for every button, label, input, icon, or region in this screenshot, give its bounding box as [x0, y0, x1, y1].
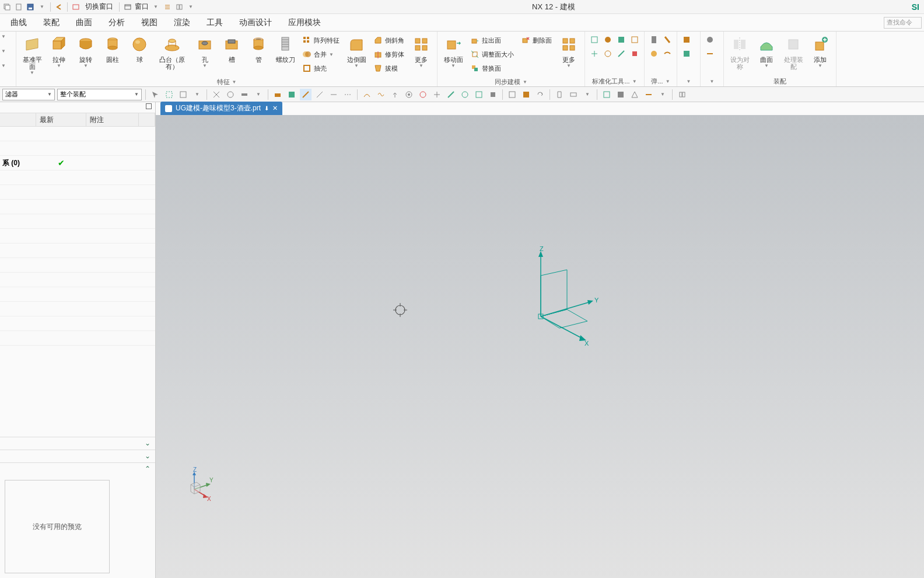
ribbon-lead-dd2[interactable]: ▼: [1, 48, 6, 54]
sel-icon-12[interactable]: [342, 89, 354, 100]
extrude-button[interactable]: 拉伸▼: [47, 34, 71, 68]
menu-application[interactable]: 应用模块: [280, 15, 329, 30]
3d-viewport[interactable]: Z Y X Z: [156, 115, 924, 578]
ribbon-lead-dd1[interactable]: ▼: [1, 34, 6, 39]
spring-icon-2[interactable]: [662, 34, 673, 46]
menu-view[interactable]: 视图: [133, 15, 166, 30]
sel-icon-4[interactable]: [211, 89, 222, 100]
side-col-1[interactable]: [0, 113, 36, 126]
menu-surface[interactable]: 曲面: [68, 15, 100, 30]
side-row[interactable]: [0, 316, 155, 331]
side-panel-maximize[interactable]: [146, 103, 152, 109]
sel-icon-16[interactable]: [403, 89, 415, 100]
sel-icon-20[interactable]: [459, 89, 471, 100]
sel-icon-15[interactable]: [389, 89, 401, 100]
sel-icon-31b[interactable]: ▼: [657, 89, 668, 100]
resize-face-button[interactable]: 调整面大小: [468, 48, 516, 61]
sel-icon-8[interactable]: [286, 89, 298, 100]
std-icon-8[interactable]: [629, 48, 640, 60]
sel-icon-9[interactable]: [300, 89, 312, 100]
datum-csys[interactable]: Z Y X: [517, 246, 599, 351]
panel-dropdown[interactable]: ▼: [186, 2, 195, 12]
chamfer-button[interactable]: 边倒圆▼: [344, 34, 369, 68]
draft-button[interactable]: 拔模: [371, 62, 407, 75]
menu-tools[interactable]: 工具: [198, 15, 231, 30]
misc-icon-3[interactable]: [704, 34, 716, 46]
window-icon[interactable]: [123, 2, 132, 12]
sel-icon-2[interactable]: [163, 89, 175, 100]
menu-analysis[interactable]: 分析: [100, 15, 133, 30]
sel-icon-27b[interactable]: ▼: [582, 89, 593, 100]
pull-face-button[interactable]: 拉出面: [468, 34, 516, 47]
sel-icon-25[interactable]: [534, 89, 546, 100]
sel-icon-5[interactable]: [225, 89, 236, 100]
more-sync-button[interactable]: 更多▼: [556, 34, 581, 68]
std-icon-7[interactable]: [615, 48, 627, 60]
sphere-button[interactable]: 球: [127, 34, 152, 63]
undo-icon[interactable]: [54, 2, 64, 12]
collapse-down-2[interactable]: ⌄: [145, 452, 150, 461]
shell-button[interactable]: 抽壳: [300, 62, 342, 75]
assembly-combo[interactable]: 整个装配▼: [57, 89, 142, 100]
sel-icon-18[interactable]: [431, 89, 443, 100]
sel-icon-3[interactable]: [177, 89, 189, 100]
side-row[interactable]: [0, 127, 155, 141]
hole-button[interactable]: 孔▼: [192, 34, 217, 68]
bevel-button[interactable]: 倒斜角: [371, 34, 407, 47]
cut-window-icon[interactable]: [71, 2, 80, 12]
replace-face-button[interactable]: 替换面: [468, 62, 516, 75]
side-row[interactable]: [0, 258, 155, 273]
sel-icon-13[interactable]: [361, 89, 373, 100]
file-tab-close[interactable]: ✕: [272, 105, 278, 112]
sel-icon-31[interactable]: [643, 89, 654, 100]
sel-icon-6b[interactable]: ▼: [253, 89, 264, 100]
sel-icon-17[interactable]: [417, 89, 429, 100]
side-row[interactable]: [0, 273, 155, 287]
sel-icon-24[interactable]: [520, 89, 532, 100]
sel-icon-6[interactable]: [239, 89, 250, 100]
datum-plane-button[interactable]: 基准平面▼: [20, 34, 44, 75]
save-icon[interactable]: [26, 2, 35, 12]
file-tab[interactable]: UG建模-趣味模型3-酒壶.prt ⬇ ✕: [160, 102, 282, 115]
side-row[interactable]: [0, 331, 155, 346]
ribbon-lead-dd3[interactable]: ▼: [1, 63, 6, 68]
side-row[interactable]: [0, 287, 155, 302]
set-symmetric-button[interactable]: 设为对称: [727, 34, 752, 70]
boss-button[interactable]: 凸台（原有）: [154, 34, 190, 70]
revolve-button[interactable]: 旋转▼: [74, 34, 98, 68]
side-row[interactable]: [0, 141, 155, 156]
thread-button[interactable]: 螺纹刀: [273, 34, 298, 63]
spring-icon-3[interactable]: [648, 48, 660, 60]
sel-icon-19[interactable]: [445, 89, 457, 100]
sel-icon-28[interactable]: [601, 89, 612, 100]
filter-combo[interactable]: 滤器▼: [2, 89, 55, 100]
std-icon-6[interactable]: [602, 48, 614, 60]
sel-icon-26[interactable]: [554, 89, 565, 100]
sel-icon-14[interactable]: [375, 89, 387, 100]
window-button[interactable]: 窗口: [135, 2, 149, 12]
side-row[interactable]: [0, 214, 155, 229]
misc-icon-2[interactable]: [681, 48, 692, 60]
paste-icon[interactable]: [14, 2, 23, 12]
slot-button[interactable]: 槽: [219, 34, 244, 63]
spring-icon-4[interactable]: [662, 48, 673, 60]
sel-icon-1[interactable]: [149, 89, 161, 100]
tube-button[interactable]: 管: [246, 34, 271, 63]
add-button[interactable]: 添加▼: [808, 34, 832, 68]
window-dropdown[interactable]: ▼: [151, 2, 160, 12]
side-row-system[interactable]: 系 (0) ✔: [0, 156, 155, 170]
sel-icon-22[interactable]: [487, 89, 499, 100]
collapse-up[interactable]: ⌃: [145, 465, 150, 473]
switch-window-button[interactable]: 切换窗口: [83, 2, 116, 12]
std-icon-5[interactable]: [589, 48, 600, 60]
sel-icon-21[interactable]: [473, 89, 485, 100]
sel-icon-29[interactable]: [615, 89, 626, 100]
spring-icon-1[interactable]: [648, 34, 660, 46]
sel-icon-23[interactable]: [506, 89, 518, 100]
sel-icon-3b[interactable]: ▼: [191, 89, 203, 100]
misc-icon-1[interactable]: [681, 34, 692, 46]
pattern-button[interactable]: 阵列特征: [300, 34, 342, 47]
more-features-button[interactable]: 更多▼: [409, 34, 433, 68]
menu-render[interactable]: 渲染: [166, 15, 198, 30]
sel-icon-7[interactable]: [272, 89, 284, 100]
